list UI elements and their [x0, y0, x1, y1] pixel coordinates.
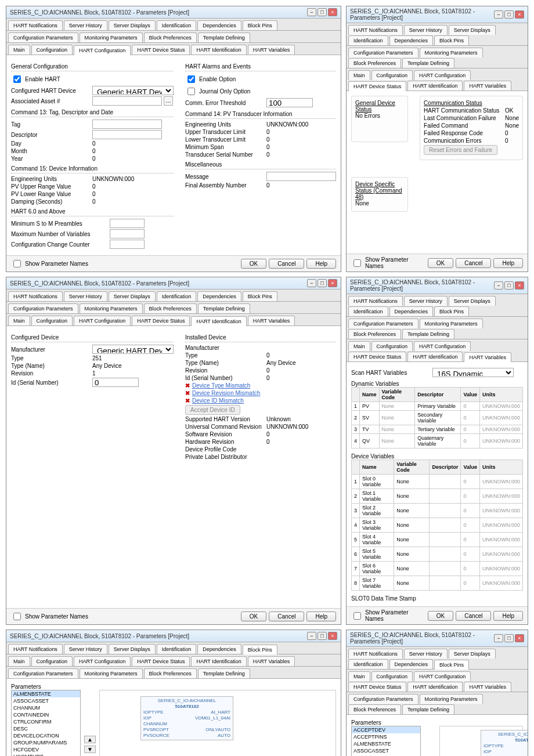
group: Command 15: Device Information [11, 165, 174, 173]
title: SERIES_C_IO:AICHANNEL Block, 510AT8102 -… [10, 9, 189, 16]
tab[interactable]: Block Pins [243, 20, 277, 30]
block-diagram: SERIES_C_IO:AICHANNEL 510AT8102 IOPTYPEA… [439, 726, 523, 756]
descriptor-input[interactable] [92, 130, 162, 139]
tab[interactable]: Block Preferences [144, 32, 197, 42]
tab[interactable]: Server Displays [109, 20, 156, 30]
show-names-checkbox[interactable] [353, 612, 361, 620]
id-input[interactable] [92, 378, 139, 387]
show-names-checkbox[interactable] [353, 259, 361, 267]
enable-option-checkbox[interactable] [187, 75, 195, 83]
block-diagram: SERIES_C_IO:AICHANNEL 510AT8102 IOPTYPEA… [99, 690, 336, 756]
tab[interactable]: Monitoring Parameters [80, 32, 143, 42]
help-button[interactable]: Help [306, 612, 336, 621]
min-button[interactable]: − [494, 10, 503, 19]
tab[interactable]: Server History [64, 20, 107, 30]
reset-errors-button[interactable]: Reset Errors and Failure [424, 145, 497, 155]
tab[interactable]: Template Defining [198, 32, 250, 42]
max-vars-input[interactable] [110, 229, 145, 238]
min-preambles-input[interactable] [110, 219, 145, 228]
tab[interactable]: HART Identification [191, 45, 246, 55]
tab[interactable]: HART Notifications [8, 20, 63, 30]
group: Command 13: Tag, Descriptor and Date [11, 109, 174, 117]
tab[interactable]: Main [8, 45, 30, 55]
mismatch-icon: ✖ [185, 382, 190, 389]
tab[interactable]: HART Variables [248, 45, 295, 55]
group: HART 6.0 and Above [11, 208, 174, 216]
group: HART Alarms and Events [185, 63, 336, 71]
tab[interactable]: HART Device Status [132, 45, 190, 55]
tab[interactable]: Dependencies [197, 20, 241, 30]
ok-button[interactable]: OK [241, 612, 266, 621]
titlebar: SERIES_C_IO:AICHANNEL Block, 510AT8102 -… [6, 6, 341, 19]
help-button[interactable]: Help [493, 258, 523, 268]
show-names-checkbox[interactable] [13, 260, 21, 267]
tag-input[interactable] [92, 120, 162, 129]
help-button[interactable]: Help [306, 259, 336, 269]
window-dev-status: SERIES_C_IO:AICHANNEL Block, 510AT8102 -… [346, 6, 528, 272]
params-listbox[interactable]: ALMENBSTATEASSOCASSETCHANNUMCONTAINEDINC… [11, 690, 81, 756]
window-block-pins-1: SERIES_C_IO:AICHANNEL Block, 510AT8102 -… [6, 630, 341, 756]
min-button[interactable]: − [307, 8, 316, 16]
tab[interactable]: Configuration [31, 45, 73, 55]
window-identification: SERIES_C_IO:AICHANNEL Block, 510AT8102 -… [6, 277, 341, 625]
max-button[interactable]: □ [317, 8, 327, 16]
scroll-down-icon[interactable]: ▼ [84, 746, 96, 753]
mfr-select[interactable]: Generic HART Device [92, 345, 174, 354]
group: Miscellaneous [185, 161, 336, 169]
dynamic-vars-table: NameVariable CodeDescriptorValueUnits1PV… [351, 387, 523, 448]
tab[interactable]: Configuration Parameters [8, 32, 78, 42]
tab[interactable]: Identification [157, 20, 197, 30]
help-button[interactable]: Help [493, 611, 523, 621]
show-names-checkbox[interactable] [13, 613, 21, 620]
params-listbox[interactable]: ACCEPTDEVACCEPTPINSALMENBSTATEASSOCASSET… [351, 726, 421, 756]
device-vars-table: NameVariable CodeDescriptorValueUnits1Sl… [351, 460, 523, 591]
window-hart-config: SERIES_C_IO:AICHANNEL Block, 510AT8102 -… [6, 6, 341, 272]
mismatch-icon: ✖ [185, 397, 190, 404]
enable-hart-checkbox[interactable] [13, 75, 21, 83]
tab-active[interactable]: HART Configuration [74, 45, 131, 55]
ok-button[interactable]: OK [428, 611, 453, 621]
window-hart-vars: SERIES_C_IO:AICHANNEL Block, 510AT8102 -… [346, 277, 528, 625]
group: Command 14: PV Transducer Information [185, 111, 336, 119]
scroll-up-icon[interactable]: ▲ [84, 736, 96, 743]
window-block-pins-2: SERIES_C_IO:AICHANNEL Block, 510AT8102 -… [346, 630, 528, 756]
cancel-button[interactable]: Cancel [269, 259, 304, 269]
journal-only-checkbox[interactable] [187, 88, 195, 95]
message-input[interactable] [266, 172, 336, 181]
cancel-button[interactable]: Cancel [456, 611, 491, 621]
browse-icon[interactable]: … [164, 96, 173, 106]
cancel-button[interactable]: Cancel [269, 612, 304, 621]
close-button[interactable]: × [515, 10, 524, 19]
ok-button[interactable]: OK [241, 259, 266, 269]
ok-button[interactable]: OK [428, 258, 453, 268]
group: General Configuration [11, 63, 174, 71]
configured-device-select[interactable]: Generic HART Device [92, 86, 174, 95]
comm-err-input[interactable] [266, 98, 313, 107]
close-button[interactable]: × [328, 8, 337, 16]
assoc-asset-input[interactable] [92, 96, 162, 106]
scan-select[interactable]: 16S Dynamic [432, 368, 514, 377]
max-button[interactable]: □ [504, 10, 514, 19]
mismatch-icon: ✖ [185, 390, 190, 396]
accept-device-button[interactable]: Accept Device ID [185, 405, 240, 415]
cfg-change-input[interactable] [110, 240, 145, 249]
cancel-button[interactable]: Cancel [456, 258, 491, 268]
